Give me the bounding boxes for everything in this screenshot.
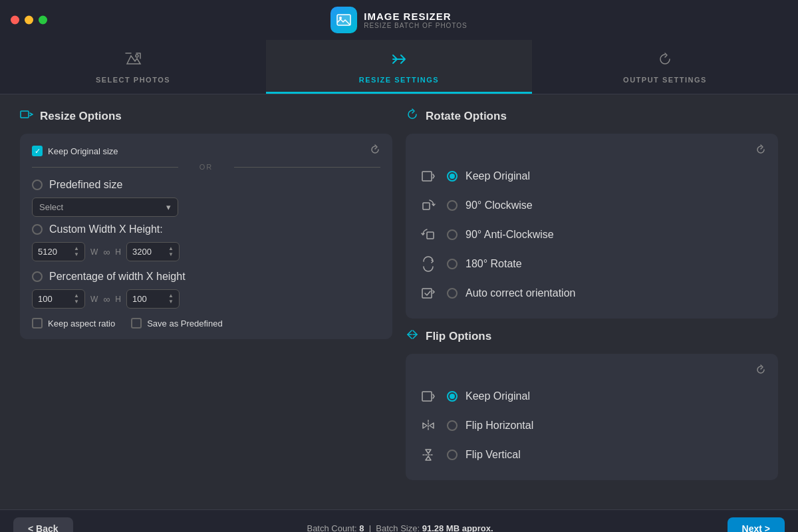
height-input[interactable]: 3200 ▲ ▼ [126,242,180,261]
app-name: IMAGE RESIZER [364,11,467,22]
height-down-arrow[interactable]: ▼ [168,252,174,257]
tab-select-photos[interactable]: SELECT PHOTOS [0,40,266,94]
back-button[interactable]: < Back [13,517,73,533]
predefined-label: Predefined size [49,179,122,191]
reset-button[interactable] [370,144,380,158]
pct-link-icon: ∞ [103,294,110,305]
percentage-dimension-row: 100 ▲ ▼ W ∞ H 100 ▲ ▼ [32,289,380,309]
rotate-180[interactable]: 180° Rotate [418,249,766,279]
window-controls [11,16,47,25]
resize-panel: ✓ Keep Original size OR Predefined size [20,134,392,339]
pct-width-input[interactable]: 100 ▲ ▼ [32,289,85,309]
pct-height-input[interactable]: 100 ▲ ▼ [126,289,180,309]
rotate-90-cw-radio[interactable] [447,200,458,211]
rotate-keep-original-radio[interactable] [447,171,458,182]
tab-output-settings[interactable]: OUTPUT SETTINGS [532,40,798,94]
tab-resize-settings-label: RESIZE SETTINGS [359,76,439,84]
rotate-90-acw-label: 90° Anti-Clockwise [466,229,554,241]
rotate-reset-button[interactable] [755,144,766,158]
flip-horizontal[interactable]: Flip Horizontal [418,411,766,440]
width-input[interactable]: 5120 ▲ ▼ [32,242,85,261]
pct-height-down-arrow[interactable]: ▼ [168,299,174,305]
flip-horizontal-icon [418,415,439,436]
pct-height-arrows[interactable]: ▲ ▼ [168,293,174,305]
flip-horizontal-label: Flip Horizontal [466,420,533,432]
predefined-select[interactable]: Select ▾ [32,198,178,217]
close-button[interactable] [11,16,19,25]
rotate-keep-original[interactable]: Keep Original [418,162,766,191]
save-predefined-label[interactable]: Save as Predefined [131,318,222,329]
rotate-auto-correct[interactable]: Auto correct orientation [418,279,766,308]
svg-point-1 [339,17,342,19]
app-icon [331,7,357,33]
width-arrows[interactable]: ▲ ▼ [74,246,79,257]
keep-aspect-checkbox[interactable] [32,318,43,329]
save-predefined-checkbox[interactable] [131,318,142,329]
custom-wh-row: Custom Width X Height: [32,223,380,235]
title-bar: IMAGE RESIZER RESIZE BATCH OF PHOTOS [0,0,798,40]
nav-tabs: SELECT PHOTOS RESIZE SETTINGS OUTPUT SET… [0,40,798,94]
predefined-row: Predefined size [32,179,380,191]
select-arrow-icon: ▾ [166,202,171,212]
keep-original-label[interactable]: ✓ Keep Original size [32,146,118,156]
svg-rect-7 [422,289,432,298]
maximize-button[interactable] [39,16,47,25]
rotate-90-cw[interactable]: 90° Clockwise [418,191,766,220]
pct-width-down-arrow[interactable]: ▼ [74,299,79,305]
batch-size-label: Batch Size: [376,523,420,532]
app-name-block: IMAGE RESIZER RESIZE BATCH OF PHOTOS [364,11,467,29]
pct-height-value: 100 [132,294,168,304]
app-subtitle: RESIZE BATCH OF PHOTOS [364,22,467,29]
svg-point-2 [136,55,138,57]
link-icon: ∞ [103,247,110,257]
rotate-auto-correct-icon [418,283,439,304]
rotate-90-acw-radio[interactable] [447,229,458,240]
height-up-arrow[interactable]: ▲ [168,246,174,251]
flip-reset-button[interactable] [755,364,766,378]
flip-vertical-label: Flip Vertical [466,449,521,461]
custom-wh-radio[interactable] [32,224,43,235]
rotate-auto-correct-radio[interactable] [447,288,458,299]
predefined-radio[interactable] [32,180,43,190]
rotate-section-icon [406,108,419,124]
flip-section-title: Flip Options [426,330,491,343]
resize-section-header: Resize Options [20,108,392,124]
pct-width-value: 100 [38,294,74,304]
app-title: IMAGE RESIZER RESIZE BATCH OF PHOTOS [331,7,467,33]
select-photos-icon [124,51,142,72]
footer: < Back Batch Count: 8 | Batch Size: 91.2… [0,509,798,532]
pct-width-up-arrow[interactable]: ▲ [74,293,79,299]
pct-height-label: H [115,295,121,304]
flip-horizontal-radio[interactable] [447,420,458,431]
rotate-section-title: Rotate Options [426,110,507,123]
height-arrows[interactable]: ▲ ▼ [168,246,174,257]
flip-vertical-radio[interactable] [447,450,458,460]
flip-vertical[interactable]: Flip Vertical [418,440,766,469]
right-section: Rotate Options Keep [399,108,785,496]
flip-keep-original-radio[interactable] [447,391,458,402]
width-down-arrow[interactable]: ▼ [74,252,79,257]
pct-height-up-arrow[interactable]: ▲ [168,293,174,299]
minimize-button[interactable] [25,16,33,25]
width-up-arrow[interactable]: ▲ [74,246,79,251]
keep-aspect-label[interactable]: Keep aspect ratio [32,318,115,329]
rotate-panel: Keep Original 90° Clockwise [406,134,778,319]
output-settings-icon [656,51,674,72]
svg-rect-4 [422,172,432,181]
rotate-keep-original-label: Keep Original [466,170,530,182]
height-value: 3200 [132,247,168,257]
flip-keep-original[interactable]: Keep Original [418,382,766,411]
rotate-180-radio[interactable] [447,259,458,269]
tab-resize-settings[interactable]: RESIZE SETTINGS [266,40,532,94]
keep-original-checkbox[interactable]: ✓ [32,146,43,156]
pct-width-arrows[interactable]: ▲ ▼ [74,293,79,305]
svg-rect-3 [21,111,29,118]
tab-select-photos-label: SELECT PHOTOS [96,76,170,84]
rotate-90-acw[interactable]: 90° Anti-Clockwise [418,220,766,249]
next-button[interactable]: Next > [728,517,785,533]
rotate-90-acw-icon [418,224,439,245]
rotate-90-cw-label: 90° Clockwise [466,200,533,211]
resize-section: Resize Options ✓ Keep Original size OR [13,108,399,496]
percentage-row: Percentage of width X height [32,271,380,283]
percentage-radio[interactable] [32,271,43,282]
